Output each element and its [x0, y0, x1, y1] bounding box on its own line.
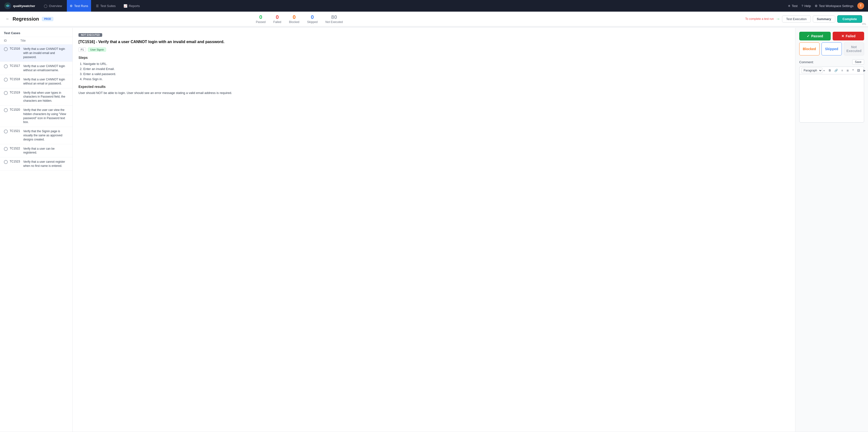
status-badge: NOT EXECUTED [79, 33, 102, 37]
tc-id: TC1518 [10, 78, 21, 81]
result-btns-row1: ✓ Passed ✕ Failed [799, 32, 864, 40]
comment-label: Comment: Save [799, 59, 864, 65]
tc-title: Verify that a user CANNOT login without … [23, 64, 68, 72]
chevron-down-icon: ▾ [824, 69, 825, 72]
nav-reports[interactable]: 📈 Reports [121, 0, 143, 11]
tc-columns: ID Title [0, 37, 72, 44]
nav-test-suites[interactable]: ☰ Test Suites [93, 0, 119, 11]
tc-radio [4, 47, 8, 51]
snowflake-icon: ✳ [788, 4, 790, 8]
steps-header: Steps [79, 56, 789, 60]
tc-id: TC1519 [10, 91, 21, 94]
tc-title: Verify that a user can be registered. [23, 147, 68, 155]
summary-button[interactable]: Summary [813, 16, 835, 23]
save-button[interactable]: Save [852, 59, 864, 65]
tc-radio [4, 64, 8, 68]
logo[interactable]: qualitywatcher [4, 2, 35, 10]
tc-radio [4, 160, 8, 164]
center-panel: NOT EXECUTED [TC1516] - Verify that a us… [73, 28, 795, 432]
quote-button[interactable]: ❝ [851, 68, 855, 73]
tc-id: TC1517 [10, 64, 21, 67]
action-buttons: To complete a test run → Test Execution … [745, 15, 862, 23]
left-panel: Test Cases ID Title TC1516 Verify that a… [0, 28, 73, 432]
tag-module: User Signin [88, 48, 106, 52]
table-row[interactable]: TC1519 Verify that when user types in ch… [0, 88, 72, 105]
back-button[interactable]: ← [6, 17, 10, 21]
list-item: Navigate to URL. [83, 62, 789, 66]
stat-passed: 0 Passed [256, 14, 266, 24]
tc-radio [4, 78, 8, 82]
nav-workspace-settings[interactable]: ⚙ Test Workspace Settings [815, 4, 854, 8]
passed-check-icon: ✓ [807, 34, 810, 38]
reports-icon: 📈 [124, 4, 127, 8]
blocked-button[interactable]: Blocked [799, 42, 819, 56]
tc-title: Verify that when user types in character… [23, 91, 68, 103]
avatar[interactable]: T [857, 2, 864, 9]
tc-title: Verify that a user CANNOT login without … [23, 78, 68, 86]
table-row[interactable]: TC1518 Verify that a user CANNOT login w… [0, 75, 72, 88]
test-suites-icon: ☰ [96, 4, 99, 8]
navbar: qualitywatcher ◯ Overview ⚙ Test Runs ☰ … [0, 0, 868, 11]
tc-radio [4, 129, 8, 133]
logo-text: qualitywatcher [13, 4, 35, 8]
nav-help[interactable]: ? Help [801, 4, 811, 8]
bold-button[interactable]: B [828, 68, 832, 73]
help-icon: ? [801, 4, 803, 8]
prod-badge: PROD [42, 17, 53, 21]
progress-bar-row: 0% [0, 26, 868, 28]
tc-id: TC1521 [10, 129, 21, 133]
nav-overview[interactable]: ◯ Overview [41, 0, 65, 11]
table-row[interactable]: TC1522 Verify that a user can be registe… [0, 144, 72, 158]
table-row[interactable]: TC1523 Verify that a user cannot registe… [0, 157, 72, 171]
tc-id: TC1520 [10, 108, 21, 112]
skipped-button[interactable]: Skipped [822, 42, 842, 56]
tag-priority: P1 [79, 48, 86, 52]
tc-tags: P1 User Signin [79, 48, 789, 52]
result-btns-row2: Blocked Skipped Not Executed [799, 42, 864, 56]
main-area: Test Cases ID Title TC1516 Verify that a… [0, 28, 868, 432]
expected-section: Expected results User should NOT be able… [79, 85, 789, 95]
steps-list: Navigate to URL. Enter an invalid Email.… [79, 62, 789, 81]
ordered-list-button[interactable]: ≣ [845, 68, 850, 73]
test-execution-button[interactable]: Test Execution [782, 16, 811, 23]
complete-hint: To complete a test run [745, 17, 774, 21]
list-item: Enter a valid password. [83, 72, 789, 76]
topbar: ← Regression PROD 0 Passed 0 Failed 0 Bl… [0, 11, 868, 26]
tc-title: Verify that a user cannot register when … [23, 160, 68, 168]
logo-icon [4, 2, 11, 10]
not-executed-button[interactable]: Not Executed [844, 42, 864, 56]
stats-area: 0 Passed 0 Failed 0 Blocked 0 Skipped 80… [256, 14, 343, 24]
nav-test[interactable]: ✳ Test [788, 4, 798, 8]
table-row[interactable]: TC1516 Verify that a user CANNOT login w… [0, 44, 72, 62]
bullet-list-button[interactable]: ≡ [840, 68, 844, 73]
tc-title: Verify that the Signin page is visually … [23, 129, 68, 142]
tc-id: TC1523 [10, 160, 21, 163]
tc-title: Verify that a user CANNOT login with an … [23, 47, 68, 59]
stat-skipped: 0 Skipped [307, 14, 317, 24]
failed-x-icon: ✕ [841, 34, 844, 38]
format-select[interactable]: Paragraph [801, 68, 823, 73]
tc-radio [4, 91, 8, 95]
image-button[interactable]: 🖼 [856, 68, 861, 73]
overview-icon: ◯ [44, 4, 48, 8]
complete-button[interactable]: Complete [837, 15, 862, 23]
tc-id: TC1522 [10, 147, 21, 150]
test-runs-icon: ⚙ [70, 4, 73, 8]
tc-radio [4, 147, 8, 151]
passed-button[interactable]: ✓ Passed [799, 32, 831, 40]
table-row[interactable]: TC1520 Verify that the user can view the… [0, 105, 72, 127]
navbar-right: ✳ Test ? Help ⚙ Test Workspace Settings … [788, 2, 864, 9]
table-row[interactable]: TC1517 Verify that a user CANNOT login w… [0, 62, 72, 75]
run-title: Regression [12, 16, 39, 22]
failed-button[interactable]: ✕ Failed [833, 32, 864, 40]
tc-title: Verify that the user can view the hidden… [23, 108, 68, 124]
editor-area[interactable] [799, 74, 864, 123]
tc-id: TC1516 [10, 47, 21, 50]
table-row[interactable]: TC1521 Verify that the Signin page is vi… [0, 127, 72, 144]
nav-test-runs[interactable]: ⚙ Test Runs [67, 0, 91, 11]
col-id-header: ID [4, 39, 19, 42]
media-button[interactable]: ▶ [862, 68, 867, 73]
link-button[interactable]: 🔗 [833, 68, 839, 73]
test-cases-header: Test Cases [0, 28, 72, 37]
tc-main-title: [TC1516] - Verify that a user CANNOT log… [79, 39, 789, 44]
